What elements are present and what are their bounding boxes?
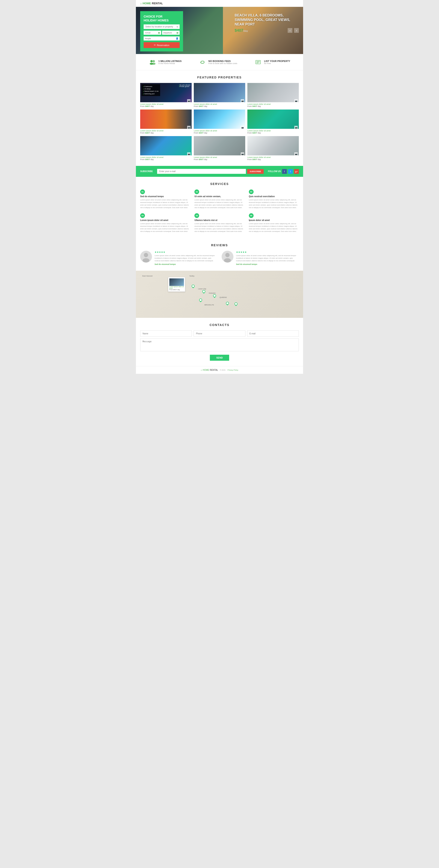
facebook-icon[interactable]: f [282,169,287,174]
service-num-6: 06 [249,213,254,218]
contact-name-input[interactable] [140,331,192,337]
property-card-5[interactable]: 📷 Lorem ipsum dolor sit amet From $407/ … [194,110,245,134]
contact-message-textarea[interactable] [140,338,299,351]
search-box: CHOICE FOR HOLIDAY HOMES ▼ Arrival ▦ Dep… [140,11,183,52]
search-title: CHOICE FOR HOLIDAY HOMES [144,14,180,22]
property-price-9: From $407/ day [247,158,299,160]
featured-title: FEATURED PROPERTIES [140,76,299,79]
arrival-field[interactable]: Arrival ▦ [144,31,161,35]
services-section: SERVICES 01 Sed do eiusmod tempo Lorem i… [136,177,303,238]
property-card-7[interactable]: 📷 Lorem ipsum dolor sit amet From $407/ … [140,136,192,160]
follow-us-label: FOLLOW US [268,170,281,173]
service-item-1: 01 Sed do eiusmod tempo Lorem ipsum dolo… [140,189,190,209]
service-num-1: 01 [140,189,145,194]
property-image-7 [140,136,192,155]
map-section: East Hanover Montclair Nutley Bloomfield… [136,271,303,318]
hero-price-unit: /day [243,30,248,32]
property-card-9[interactable]: 📷 Lorem ipsum dolor sit amet From $407/ … [247,136,299,160]
property-title-8: Lorem ipsum dolor sit amet [194,156,245,158]
service-item-3: 03 Quis nostrud exercitation Lorem ipsum… [249,189,299,209]
service-num-2: 02 [194,189,199,194]
feature-listings: 1 MILLION LISTINGS in the Home Rental [149,58,182,66]
subscribe-form: SUBSCRIBE [157,169,264,174]
date-fields-row: Arrival ▦ Departure ▦ [144,31,180,35]
features-bar: 1 MILLION LISTINGS in the Home Rental NO… [136,54,303,70]
svg-point-10 [143,258,149,262]
map-label-1: East Hanover [142,275,153,277]
privacy-policy-link[interactable]: Privacy Policy [228,369,238,371]
camera-icon-9: 📷 [294,152,298,156]
footer-logo-rental: RENTAL [210,369,218,371]
follow-us: FOLLOW US f t g+ [268,169,299,174]
service-title-5: Ullamco laboris nisi ut [194,219,244,221]
property-info-box-1: ●5 bedrooms ●10 sleeps ●Nearest beach 11… [142,84,160,96]
feature-listings-title: 1 MILLION LISTINGS [158,60,182,62]
reservation-label: Reservation [157,44,169,46]
camera-icon-1: 📷 [187,99,191,103]
twitter-icon[interactable]: t [288,169,293,174]
subscribe-label: SUBSCRIBE [140,170,153,173]
feature-list-property: LIST YOUR PROPERTY for Free [254,58,290,66]
review-stars-1: ★★★★★ [155,251,217,253]
property-title-7: Lorem ipsum dolor sit amet [140,156,192,158]
map-pin-3[interactable] [213,293,217,298]
pencil-icon: ✏ [154,44,156,46]
reviewer-avatar-1 [140,251,152,262]
logo-rental-text: RENTAL [152,2,163,5]
property-title-9: Lorem ipsum dolor sit amet [247,156,299,158]
camera-icon-7: 📷 [187,152,191,156]
property-card-2[interactable]: 📷 Lorem ipsum dolor sit amet From $407/ … [194,83,245,107]
property-card-6[interactable]: 📷 Lorem ipsum dolor sit amet From $407/ … [247,110,299,134]
people-field[interactable]: People 👤 [144,36,180,40]
departure-field[interactable]: Departure ▦ [162,31,180,35]
property-price-6: From $407/ day [247,132,299,134]
logo: ⌂ HOMERENTAL [140,2,163,5]
svg-point-13 [224,258,231,262]
map-pin-1[interactable] [191,284,195,288]
feature-list-sub: for Free [264,62,290,64]
googleplus-icon[interactable]: g+ [294,169,299,174]
service-title-1: Sed do eiusmod tempo [140,195,190,197]
featured-properties-section: FEATURED PROPERTIES ●5 bedrooms ●10 slee… [136,70,303,166]
service-num-5: 05 [194,213,199,218]
map-tooltip-image [169,278,184,286]
reviewer-avatar-2 [222,251,233,262]
footer-logo-home: HOME [203,369,209,371]
property-card-8[interactable]: 📷 Lorem ipsum dolor sit amet From $407/ … [194,136,245,160]
send-button[interactable]: SEND [210,355,229,361]
review-text-2: Lorem ipsum dolor sit amet conse ctetur … [236,254,299,262]
map-pin-5[interactable] [225,301,229,305]
service-num-3: 03 [249,189,254,194]
subscribe-button[interactable]: SUBSCRIBE [247,169,264,174]
form-row-1 [140,331,299,337]
property-price-5: From $407/ day [194,132,245,134]
camera-icon-3: 📷 [294,99,298,103]
property-card-4[interactable]: 📷 Lorem ipsum dolor sit amet From $407/ … [140,110,192,134]
map-pin-4[interactable] [198,298,203,302]
contact-email-input[interactable] [247,331,299,337]
review-item-1: ★★★★★ Lorem ipsum dolor sit amet conse c… [140,251,217,265]
feature-listings-text: 1 MILLION LISTINGS in the Home Rental [158,60,182,64]
calendar-icon: ▦ [158,31,160,34]
prev-arrow-button[interactable]: ‹ [288,28,292,33]
reservation-button[interactable]: ✏ Reservation [144,42,180,48]
property-image-2 [194,83,245,102]
service-desc-2: Lorem ipsum dolor sit amet conse ctetur … [194,199,244,209]
svg-point-12 [225,253,229,257]
map-tooltip: Lorem ipsum dolor sit amet From $407/ da… [168,277,185,292]
contact-phone-input[interactable] [194,331,245,337]
subscribe-email-input[interactable] [157,169,246,174]
hero-arrows: ‹ › [288,28,299,33]
dropdown-arrow-icon: ▼ [176,26,178,28]
map-pin-6[interactable] [234,302,238,306]
property-card-1[interactable]: ●5 bedrooms ●10 sleeps ●Nearest beach 11… [140,83,192,107]
map-pin-2[interactable] [202,289,206,293]
location-search-input[interactable] [144,25,180,29]
property-card-3[interactable]: 📷 Lorem ipsum dolor sit amet From $407/ … [247,83,299,107]
calendar2-icon: ▦ [177,31,178,34]
service-item-2: 02 Ut enim ad minim veniam, Lorem ipsum … [194,189,244,209]
people-icon: 👤 [176,37,178,40]
service-title-2: Ut enim ad minim veniam, [194,195,244,197]
svg-point-0 [150,60,153,62]
next-arrow-button[interactable]: › [294,28,299,33]
